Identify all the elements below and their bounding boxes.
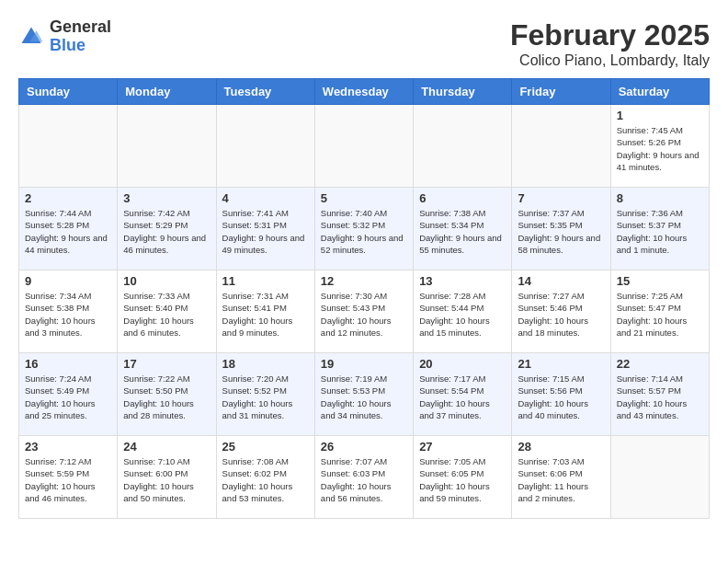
calendar-cell: 18Sunrise: 7:20 AM Sunset: 5:52 PM Dayli… xyxy=(216,353,314,436)
day-number: 14 xyxy=(518,274,604,288)
day-number: 8 xyxy=(617,191,703,205)
calendar-week-row: 2Sunrise: 7:44 AM Sunset: 5:28 PM Daylig… xyxy=(19,188,710,270)
day-info: Sunrise: 7:17 AM Sunset: 5:54 PM Dayligh… xyxy=(419,373,506,421)
calendar-header-friday: Friday xyxy=(512,79,610,105)
day-info: Sunrise: 7:42 AM Sunset: 5:29 PM Dayligh… xyxy=(123,207,210,256)
title-area: February 2025 Colico Piano, Lombardy, It… xyxy=(510,18,710,69)
day-info: Sunrise: 7:34 AM Sunset: 5:38 PM Dayligh… xyxy=(25,290,111,339)
calendar-table: SundayMondayTuesdayWednesdayThursdayFrid… xyxy=(18,78,710,519)
calendar-cell xyxy=(414,105,512,188)
calendar-week-row: 23Sunrise: 7:12 AM Sunset: 5:59 PM Dayli… xyxy=(19,436,710,519)
calendar-header-thursday: Thursday xyxy=(414,79,512,105)
day-number: 2 xyxy=(25,191,111,205)
day-number: 12 xyxy=(321,274,407,288)
calendar-cell xyxy=(512,105,610,188)
day-number: 11 xyxy=(222,274,309,288)
calendar-cell: 26Sunrise: 7:07 AM Sunset: 6:03 PM Dayli… xyxy=(314,436,413,519)
day-number: 20 xyxy=(419,357,506,371)
day-info: Sunrise: 7:14 AM Sunset: 5:57 PM Dayligh… xyxy=(617,373,703,421)
day-number: 6 xyxy=(419,191,506,205)
day-info: Sunrise: 7:38 AM Sunset: 5:34 PM Dayligh… xyxy=(419,207,506,256)
calendar-cell: 24Sunrise: 7:10 AM Sunset: 6:00 PM Dayli… xyxy=(118,436,216,519)
calendar-cell: 9Sunrise: 7:34 AM Sunset: 5:38 PM Daylig… xyxy=(19,270,118,353)
calendar-cell: 19Sunrise: 7:19 AM Sunset: 5:53 PM Dayli… xyxy=(314,353,413,436)
calendar-cell: 27Sunrise: 7:05 AM Sunset: 6:05 PM Dayli… xyxy=(414,436,512,519)
day-info: Sunrise: 7:28 AM Sunset: 5:44 PM Dayligh… xyxy=(419,290,506,339)
day-info: Sunrise: 7:30 AM Sunset: 5:43 PM Dayligh… xyxy=(321,290,407,339)
day-number: 3 xyxy=(123,191,210,205)
day-number: 21 xyxy=(518,357,604,371)
day-info: Sunrise: 7:37 AM Sunset: 5:35 PM Dayligh… xyxy=(518,207,604,256)
day-number: 1 xyxy=(617,109,703,122)
calendar-cell xyxy=(216,105,314,188)
day-number: 24 xyxy=(123,440,210,454)
calendar-cell: 15Sunrise: 7:25 AM Sunset: 5:47 PM Dayli… xyxy=(610,270,709,353)
day-number: 16 xyxy=(25,357,111,371)
calendar-cell: 3Sunrise: 7:42 AM Sunset: 5:29 PM Daylig… xyxy=(118,188,216,270)
day-info: Sunrise: 7:27 AM Sunset: 5:46 PM Dayligh… xyxy=(518,290,604,339)
day-info: Sunrise: 7:05 AM Sunset: 6:05 PM Dayligh… xyxy=(419,455,506,504)
day-number: 18 xyxy=(222,357,309,371)
day-info: Sunrise: 7:31 AM Sunset: 5:41 PM Dayligh… xyxy=(222,290,309,339)
logo-icon xyxy=(18,24,44,50)
location-subtitle: Colico Piano, Lombardy, Italy xyxy=(510,52,710,69)
day-info: Sunrise: 7:03 AM Sunset: 6:06 PM Dayligh… xyxy=(518,455,604,504)
calendar-cell: 16Sunrise: 7:24 AM Sunset: 5:49 PM Dayli… xyxy=(19,353,118,436)
day-number: 26 xyxy=(321,440,407,454)
day-info: Sunrise: 7:36 AM Sunset: 5:37 PM Dayligh… xyxy=(617,207,703,256)
day-info: Sunrise: 7:22 AM Sunset: 5:50 PM Dayligh… xyxy=(123,373,210,421)
logo: General Blue xyxy=(18,18,111,55)
day-number: 5 xyxy=(321,191,407,205)
day-number: 27 xyxy=(419,440,506,454)
calendar-header-saturday: Saturday xyxy=(610,79,709,105)
calendar-cell: 25Sunrise: 7:08 AM Sunset: 6:02 PM Dayli… xyxy=(216,436,314,519)
calendar-header-monday: Monday xyxy=(118,79,216,105)
day-number: 22 xyxy=(617,357,703,371)
logo-general-text: General xyxy=(50,18,111,37)
day-info: Sunrise: 7:40 AM Sunset: 5:32 PM Dayligh… xyxy=(321,207,407,256)
calendar-cell: 23Sunrise: 7:12 AM Sunset: 5:59 PM Dayli… xyxy=(19,436,118,519)
day-info: Sunrise: 7:08 AM Sunset: 6:02 PM Dayligh… xyxy=(222,455,309,504)
day-number: 10 xyxy=(123,274,210,288)
day-info: Sunrise: 7:33 AM Sunset: 5:40 PM Dayligh… xyxy=(123,290,210,339)
logo-text: General Blue xyxy=(50,18,111,55)
day-number: 9 xyxy=(25,274,111,288)
day-info: Sunrise: 7:12 AM Sunset: 5:59 PM Dayligh… xyxy=(25,455,111,504)
day-number: 17 xyxy=(123,357,210,371)
calendar-cell: 22Sunrise: 7:14 AM Sunset: 5:57 PM Dayli… xyxy=(610,353,709,436)
day-number: 25 xyxy=(222,440,309,454)
calendar-cell: 1Sunrise: 7:45 AM Sunset: 5:26 PM Daylig… xyxy=(610,105,709,188)
calendar-cell xyxy=(610,436,709,519)
month-year-title: February 2025 xyxy=(510,18,710,52)
day-info: Sunrise: 7:24 AM Sunset: 5:49 PM Dayligh… xyxy=(25,373,111,421)
calendar-cell: 28Sunrise: 7:03 AM Sunset: 6:06 PM Dayli… xyxy=(512,436,610,519)
day-info: Sunrise: 7:15 AM Sunset: 5:56 PM Dayligh… xyxy=(518,373,604,421)
calendar-cell: 17Sunrise: 7:22 AM Sunset: 5:50 PM Dayli… xyxy=(118,353,216,436)
day-number: 13 xyxy=(419,274,506,288)
day-info: Sunrise: 7:44 AM Sunset: 5:28 PM Dayligh… xyxy=(25,207,111,256)
calendar-header-wednesday: Wednesday xyxy=(314,79,413,105)
calendar-cell: 21Sunrise: 7:15 AM Sunset: 5:56 PM Dayli… xyxy=(512,353,610,436)
day-number: 7 xyxy=(518,191,604,205)
day-info: Sunrise: 7:45 AM Sunset: 5:26 PM Dayligh… xyxy=(617,124,703,173)
calendar-cell: 6Sunrise: 7:38 AM Sunset: 5:34 PM Daylig… xyxy=(414,188,512,270)
day-info: Sunrise: 7:19 AM Sunset: 5:53 PM Dayligh… xyxy=(321,373,407,421)
calendar-week-row: 1Sunrise: 7:45 AM Sunset: 5:26 PM Daylig… xyxy=(19,105,710,188)
calendar-header-tuesday: Tuesday xyxy=(216,79,314,105)
day-info: Sunrise: 7:07 AM Sunset: 6:03 PM Dayligh… xyxy=(321,455,407,504)
day-number: 4 xyxy=(222,191,309,205)
day-info: Sunrise: 7:25 AM Sunset: 5:47 PM Dayligh… xyxy=(617,290,703,339)
day-info: Sunrise: 7:10 AM Sunset: 6:00 PM Dayligh… xyxy=(123,455,210,504)
calendar-cell: 13Sunrise: 7:28 AM Sunset: 5:44 PM Dayli… xyxy=(414,270,512,353)
calendar-cell: 14Sunrise: 7:27 AM Sunset: 5:46 PM Dayli… xyxy=(512,270,610,353)
calendar-cell: 4Sunrise: 7:41 AM Sunset: 5:31 PM Daylig… xyxy=(216,188,314,270)
calendar-week-row: 9Sunrise: 7:34 AM Sunset: 5:38 PM Daylig… xyxy=(19,270,710,353)
day-info: Sunrise: 7:20 AM Sunset: 5:52 PM Dayligh… xyxy=(222,373,309,421)
calendar-cell: 7Sunrise: 7:37 AM Sunset: 5:35 PM Daylig… xyxy=(512,188,610,270)
calendar-cell: 12Sunrise: 7:30 AM Sunset: 5:43 PM Dayli… xyxy=(314,270,413,353)
day-number: 15 xyxy=(617,274,703,288)
calendar-cell xyxy=(314,105,413,188)
calendar-week-row: 16Sunrise: 7:24 AM Sunset: 5:49 PM Dayli… xyxy=(19,353,710,436)
calendar-header-sunday: Sunday xyxy=(19,79,118,105)
calendar-cell: 2Sunrise: 7:44 AM Sunset: 5:28 PM Daylig… xyxy=(19,188,118,270)
